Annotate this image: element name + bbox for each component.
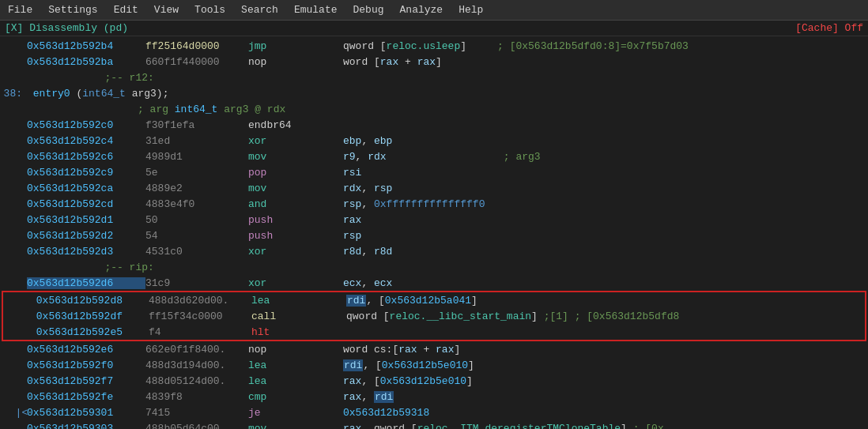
mnemonic: lea (251, 295, 346, 307)
mnemonic: mov (248, 151, 343, 163)
bytes: f30f1efa (145, 119, 248, 131)
disasm-line-xor-r8d[interactable]: 0x563d12b592d3 4531c0 xor r8d, r8d (0, 243, 868, 259)
mnemonic: endbr64 (248, 119, 343, 131)
operands: word [rax + rax] (343, 56, 865, 68)
disasm-line-hlt[interactable]: 0x563d12b592e5 f4 hlt (3, 324, 865, 340)
disassembly-title: [X] Disassembly (pd) (5, 22, 128, 34)
bytes: 50 (145, 214, 248, 226)
menu-edit[interactable]: Edit (106, 2, 146, 17)
disasm-line-endbr64[interactable]: 0x563d12b592c0 f30f1efa endbr64 (0, 117, 868, 133)
menu-file[interactable]: File (0, 2, 40, 17)
bytes: 31c9 (145, 277, 248, 289)
mnemonic: xor (248, 277, 343, 289)
cache-badge: [Cache] Off (795, 22, 863, 34)
rdi-operand: rdi (343, 359, 363, 371)
menu-search[interactable]: Search (233, 2, 286, 17)
mnemonic: hlt (251, 326, 346, 338)
mnemonic: cmp (248, 391, 343, 403)
disasm-line-lea-rdi[interactable]: 0x563d12b592d8 488d3d620d00. lea rdi, [0… (3, 292, 865, 308)
mnemonic: je (248, 407, 343, 419)
address: 0x563d12b592d1 (27, 214, 145, 226)
rdi-operand: rdi (346, 295, 366, 307)
menu-tools[interactable]: Tools (187, 2, 233, 17)
bytes: 4889e2 (145, 183, 248, 194)
address: 0x563d12b592ba (27, 56, 145, 68)
operands: rdi, [0x563d12b5a041] (346, 295, 862, 307)
disasm-line-jmp[interactable]: 0x563d12b592b4 ff25164d0000 jmp qword [r… (0, 38, 868, 54)
bytes: 31ed (145, 135, 248, 147)
bytes: 4989d1 (145, 151, 248, 163)
disasm-line-lea-rdi2[interactable]: 0x563d12b592f0 488d3d194d00. lea rdi, [0… (0, 357, 868, 373)
menu-analyze[interactable]: Analyze (392, 2, 451, 17)
operands: word cs:[rax + rax] (343, 344, 865, 356)
menu-settings[interactable]: Settings (40, 2, 105, 17)
disasm-line-mov-r9[interactable]: 0x563d12b592c6 4989d1 mov r9, rdx ; arg3 (0, 149, 868, 164)
bytes: 5e (145, 167, 248, 179)
bytes: 4883e4f0 (145, 198, 248, 210)
disasm-line-call[interactable]: 0x563d12b592df ff15f34c0000 call qword [… (3, 308, 865, 324)
disasm-line-xor-ecx[interactable]: 0x563d12b592d6 31c9 xor ecx, ecx (0, 275, 868, 291)
func-keyword: entry0 (27, 88, 76, 100)
address: 0x563d12b59301 (27, 407, 145, 419)
disasm-line-pop-rsi[interactable]: 0x563d12b592c9 5e pop rsi (0, 164, 868, 180)
bytes: 488d3d620d00. (149, 295, 251, 307)
address-selected: 0x563d12b592d6 (27, 277, 145, 289)
disasm-line-push-rax[interactable]: 0x563d12b592d1 50 push rax (0, 212, 868, 228)
address: 0x563d12b592e6 (27, 344, 145, 356)
mnemonic: pop (248, 167, 343, 179)
disasm-line-nop2[interactable]: 0x563d12b592e6 662e0f1f8400. nop word cs… (0, 341, 868, 357)
code-area[interactable]: 0x563d12b592b4 ff25164d0000 jmp qword [r… (0, 36, 868, 429)
gutter: |< (3, 407, 27, 419)
address: 0x563d12b592ca (27, 183, 145, 194)
mnemonic: jmp (248, 40, 343, 52)
disasm-line-mov-rdx[interactable]: 0x563d12b592ca 4889e2 mov rdx, rsp (0, 180, 868, 196)
gutter: 38: (3, 88, 27, 100)
menu-view[interactable]: View (146, 2, 187, 17)
comment-text: ; arg int64_t arg3 @ rdx (27, 103, 285, 115)
menu-debug[interactable]: Debug (345, 2, 392, 17)
disasm-line-je[interactable]: |< 0x563d12b59301 7415 je 0x563d12b59318 (0, 405, 868, 420)
menu-help[interactable]: Help (451, 2, 491, 17)
operands: qword [reloc.usleep] ; [0x563d12b5dfd0:8… (343, 40, 865, 52)
operands: rax, qword [reloc._ITM_deregisterTMClone… (343, 423, 865, 430)
operands: rdx, rsp (343, 183, 865, 194)
operands: rax, rdi (343, 391, 865, 403)
bytes: 662e0f1f8400. (145, 344, 248, 356)
operands: ebp, ebp (343, 135, 865, 147)
label-text: ;-- r12: (27, 72, 154, 84)
address: 0x563d12b592d8 (30, 295, 149, 307)
operands: qword [reloc.__libc_start_main] ;[1] ; [… (346, 310, 862, 322)
disasm-line-xor-ebp[interactable]: 0x563d12b592c4 31ed xor ebp, ebp (0, 133, 868, 149)
bytes: 488d3d194d00. (145, 359, 248, 371)
disasm-line-mov-rax-reloc[interactable]: 0x563d12b59303 488b05d64c00. mov rax, qw… (0, 420, 868, 429)
address: 0x563d12b592f7 (27, 375, 145, 387)
operands: rsp (343, 230, 865, 242)
menu-emulate[interactable]: Emulate (286, 2, 345, 17)
address: 0x563d12b592df (30, 310, 149, 322)
address: 0x563d12b592c0 (27, 119, 145, 131)
rdi-operand: rdi (374, 391, 394, 403)
bytes: 54 (145, 230, 248, 242)
disasm-line-nop1[interactable]: 0x563d12b592ba 660f1f440000 nop word [ra… (0, 54, 868, 70)
operands: ecx, ecx (343, 277, 865, 289)
address: 0x563d12b59303 (27, 423, 145, 430)
address: 0x563d12b592e5 (30, 326, 149, 338)
address: 0x563d12b592b4 (27, 40, 145, 52)
mnemonic: push (248, 230, 343, 242)
label-r12: ;-- r12: (0, 70, 868, 85)
disasm-line-push-rsp[interactable]: 0x563d12b592d2 54 push rsp (0, 228, 868, 243)
mnemonic: and (248, 198, 343, 210)
func-sig: (int64_t arg3); (76, 88, 168, 100)
disasm-line-cmp[interactable]: 0x563d12b592fe 4839f8 cmp rax, rdi (0, 389, 868, 405)
arg-comment: ; arg int64_t arg3 @ rdx (0, 101, 868, 117)
operands: rdi, [0x563d12b5e010] (343, 359, 865, 371)
disasm-line-and-rsp[interactable]: 0x563d12b592cd 4883e4f0 and rsp, 0xfffff… (0, 196, 868, 212)
address: 0x563d12b592c9 (27, 167, 145, 179)
mnemonic: mov (248, 423, 343, 430)
mnemonic: lea (248, 359, 343, 371)
bytes: 660f1f440000 (145, 56, 248, 68)
operands: 0x563d12b59318 (343, 407, 865, 419)
bytes: f4 (149, 326, 251, 338)
operands: r9, rdx ; arg3 (343, 151, 865, 163)
disasm-line-lea-rax[interactable]: 0x563d12b592f7 488d05124d00. lea rax, [0… (0, 373, 868, 389)
